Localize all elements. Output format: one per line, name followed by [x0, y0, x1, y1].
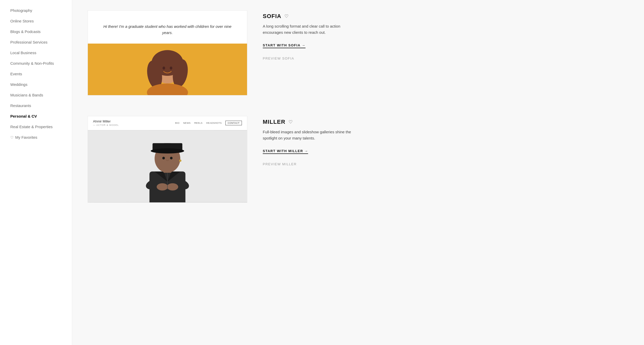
miller-nav-name: Ahmir Miller [93, 119, 119, 124]
sofia-template-info: SOFIA ♡ A long scrolling format and clea… [263, 10, 629, 60]
sofia-person-svg [88, 44, 247, 95]
svg-point-23 [170, 157, 173, 159]
miller-nav-subtitle: — ACTOR & MODEL [93, 124, 119, 127]
miller-nav: Ahmir Miller — ACTOR & MODEL BIO NEWS RE… [88, 116, 247, 130]
miller-nav-bio[interactable]: BIO [175, 122, 180, 124]
sidebar-item-restaurants[interactable]: Restaurants [0, 100, 72, 111]
sidebar-item-weddings[interactable]: Weddings [0, 79, 72, 90]
miller-preview-link[interactable]: PREVIEW MILLER [263, 162, 629, 166]
sofia-template-name: SOFIA [263, 13, 281, 20]
sofia-title-row: SOFIA ♡ [263, 13, 629, 20]
svg-point-22 [162, 157, 165, 159]
sofia-template-card: Hi there! I'm a graduate student who has… [88, 10, 629, 95]
miller-preview[interactable]: Ahmir Miller — ACTOR & MODEL BIO NEWS RE… [88, 116, 247, 203]
sidebar-item-online-stores[interactable]: Online Stores [0, 16, 72, 26]
favorites-label: My Favorites [15, 135, 37, 139]
sidebar: Photography Online Stores Blogs & Podcas… [0, 0, 72, 345]
miller-start-link[interactable]: START WITH MILLER → [263, 149, 308, 154]
sidebar-item-musicians-bands[interactable]: Musicians & Bands [0, 90, 72, 100]
sidebar-item-events[interactable]: Events [0, 69, 72, 79]
sidebar-item-local-business[interactable]: Local Business [0, 47, 72, 58]
main-content: Hi there! I'm a graduate student who has… [72, 0, 644, 345]
sidebar-item-real-estate[interactable]: Real Estate & Properties [0, 121, 72, 132]
sofia-favorite-button[interactable]: ♡ [284, 13, 289, 19]
svg-point-16 [167, 183, 178, 190]
sidebar-item-professional-services[interactable]: Professional Services [0, 37, 72, 47]
svg-point-24 [179, 160, 181, 162]
miller-title-row: MILLER ♡ [263, 119, 629, 125]
miller-description: Full-bleed images and slideshow gallerie… [263, 129, 361, 141]
sidebar-item-personal-cv[interactable]: Personal & CV [0, 111, 72, 121]
miller-template-card: Ahmir Miller — ACTOR & MODEL BIO NEWS RE… [88, 116, 629, 203]
svg-point-7 [170, 67, 172, 70]
sidebar-nav: Photography Online Stores Blogs & Podcas… [0, 5, 72, 143]
miller-template-name: MILLER [263, 119, 285, 125]
sofia-image-section [88, 44, 247, 95]
sidebar-item-photography[interactable]: Photography [0, 5, 72, 16]
sidebar-item-community-non-profits[interactable]: Community & Non-Profits [0, 58, 72, 69]
miller-person-svg [88, 130, 247, 202]
miller-nav-left: Ahmir Miller — ACTOR & MODEL [93, 119, 119, 127]
miller-image-section [88, 130, 247, 202]
sofia-top-section: Hi there! I'm a graduate student who has… [88, 11, 247, 44]
miller-favorite-button[interactable]: ♡ [289, 119, 293, 125]
sofia-description: A long scrolling format and clear call t… [263, 23, 361, 36]
miller-nav-news[interactable]: NEWS [183, 122, 191, 124]
heart-icon: ♡ [10, 135, 14, 139]
sofia-preview[interactable]: Hi there! I'm a graduate student who has… [88, 10, 247, 95]
sofia-start-link[interactable]: START WITH SOFIA → [263, 43, 306, 48]
sidebar-item-blogs-podcasts[interactable]: Blogs & Podcasts [0, 26, 72, 37]
miller-nav-contact[interactable]: CONTACT [225, 121, 242, 125]
miller-nav-headshots[interactable]: HEADSHOTS [206, 122, 222, 124]
miller-nav-reels[interactable]: REELS [194, 122, 202, 124]
miller-nav-right: BIO NEWS REELS HEADSHOTS CONTACT [175, 121, 242, 125]
sofia-preview-text: Hi there! I'm a graduate student who has… [98, 23, 237, 36]
sidebar-item-my-favorites[interactable]: ♡ My Favorites [0, 132, 72, 143]
svg-point-15 [157, 183, 168, 190]
svg-point-21 [151, 148, 184, 153]
svg-point-6 [163, 67, 165, 70]
sofia-preview-link[interactable]: PREVIEW SOFIA [263, 56, 629, 60]
miller-template-info: MILLER ♡ Full-bleed images and slideshow… [263, 116, 629, 166]
